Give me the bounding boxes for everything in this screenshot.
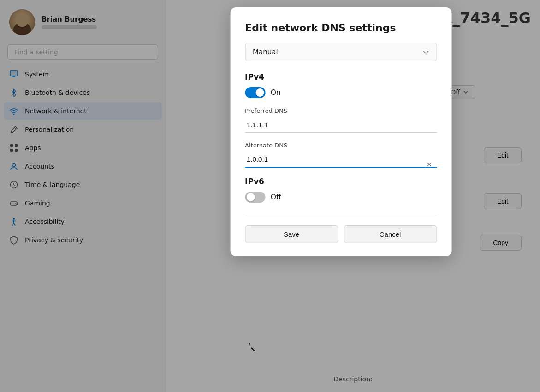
alternate-dns-wrapper: ✕ — [245, 152, 437, 177]
alternate-dns-label: Alternate DNS — [245, 142, 437, 149]
cancel-button[interactable]: Cancel — [344, 225, 437, 243]
dns-mode-dropdown[interactable]: Manual — [245, 43, 437, 61]
dns-settings-dialog: Edit network DNS settings Manual IPv4 On… — [230, 7, 451, 256]
ipv6-toggle-row: Off — [245, 192, 437, 203]
alternate-dns-clear-button[interactable]: ✕ — [424, 160, 435, 169]
ipv4-toggle-row: On — [245, 87, 437, 98]
chevron-down-icon — [422, 49, 429, 55]
ipv4-toggle[interactable] — [245, 87, 265, 98]
dialog-footer: Save Cancel — [245, 216, 437, 256]
ipv6-section-title: IPv6 — [245, 177, 437, 186]
dns-mode-label: Manual — [253, 48, 278, 56]
ipv4-toggle-knob — [255, 88, 264, 97]
alternate-dns-input[interactable] — [245, 152, 437, 168]
ipv6-toggle[interactable] — [245, 192, 265, 203]
preferred-dns-label: Preferred DNS — [245, 107, 437, 114]
dialog-title: Edit network DNS settings — [245, 22, 437, 34]
preferred-dns-input[interactable] — [245, 117, 437, 133]
ipv6-toggle-label: Off — [271, 193, 281, 201]
ipv6-toggle-knob — [246, 193, 255, 201]
save-button[interactable]: Save — [245, 225, 338, 243]
ipv4-section-title: IPv4 — [245, 72, 437, 82]
ipv4-toggle-label: On — [271, 88, 280, 97]
